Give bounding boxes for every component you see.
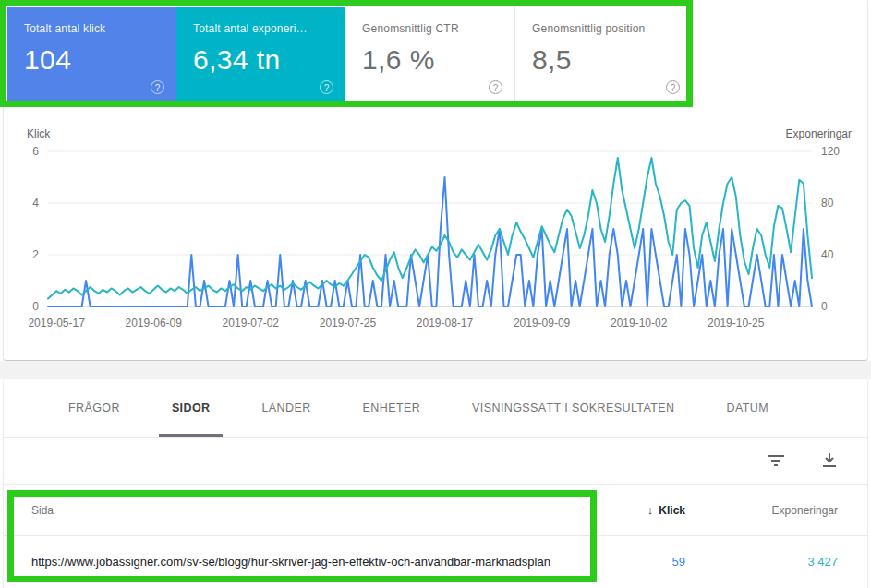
results-panel: FRÅGOR SIDOR LÄNDER ENHETER VISNINGSSÄTT… bbox=[4, 379, 867, 588]
svg-text:80: 80 bbox=[821, 197, 834, 210]
help-icon[interactable]: ? bbox=[489, 80, 502, 94]
metric-label: Totalt antal klick bbox=[24, 22, 163, 35]
svg-text:120: 120 bbox=[821, 145, 840, 158]
page-url[interactable]: https://www.jobassigner.com/sv-se/blogg/… bbox=[31, 555, 579, 569]
tab-sidor[interactable]: SIDOR bbox=[146, 379, 236, 437]
svg-text:0: 0 bbox=[32, 300, 39, 313]
tab-lander[interactable]: LÄNDER bbox=[236, 379, 336, 437]
svg-text:2019-10-25: 2019-10-25 bbox=[708, 317, 765, 330]
metric-value: 104 bbox=[24, 44, 176, 76]
svg-text:6: 6 bbox=[32, 145, 39, 158]
svg-text:2019-09-09: 2019-09-09 bbox=[514, 317, 571, 330]
tab-visningssatt[interactable]: VISNINGSSÄTT I SÖKRESULTATEN bbox=[446, 379, 700, 437]
performance-chart-area: 002404806120KlickExponeringar2019-05-172… bbox=[4, 123, 871, 340]
svg-text:2019-07-02: 2019-07-02 bbox=[223, 317, 280, 330]
column-header-klick-label: Klick bbox=[659, 504, 685, 517]
metric-card-average-position[interactable]: Genomsnittlig position 8,5 ? bbox=[514, 7, 692, 103]
metric-label: Genomsnittlig position bbox=[532, 22, 671, 35]
filter-icon[interactable] bbox=[766, 450, 786, 471]
metric-card-total-impressions[interactable]: Totalt antal exponeri… 6,34 tn ? bbox=[176, 7, 345, 103]
help-icon[interactable]: ? bbox=[320, 80, 333, 94]
svg-text:2019-06-09: 2019-06-09 bbox=[126, 317, 183, 330]
metric-card-total-clicks[interactable]: Totalt antal klick 104 ? bbox=[7, 7, 176, 103]
metric-value: 8,5 bbox=[532, 44, 692, 76]
row-klick-value: 59 bbox=[579, 555, 685, 569]
help-icon[interactable]: ? bbox=[666, 80, 680, 94]
svg-text:40: 40 bbox=[821, 248, 834, 261]
tab-enheter[interactable]: ENHETER bbox=[337, 379, 447, 437]
download-icon[interactable] bbox=[819, 450, 840, 471]
svg-text:2019-10-02: 2019-10-02 bbox=[611, 317, 668, 330]
sort-arrow-icon: ↓ bbox=[647, 503, 654, 517]
metric-value: 1,6 % bbox=[362, 44, 514, 76]
column-header-exponeringar[interactable]: Exponeringar bbox=[685, 504, 838, 517]
help-icon[interactable]: ? bbox=[151, 80, 164, 94]
table-header-row: Sida ↓Klick Exponeringar bbox=[4, 485, 867, 536]
table-row[interactable]: https://www.jobassigner.com/sv-se/blogg/… bbox=[4, 536, 867, 586]
column-header-sida[interactable]: Sida bbox=[31, 504, 579, 517]
svg-text:4: 4 bbox=[32, 197, 39, 210]
metric-label: Genomsnittlig CTR bbox=[362, 22, 501, 35]
svg-text:2019-05-17: 2019-05-17 bbox=[28, 317, 85, 330]
metric-value: 6,34 tn bbox=[193, 44, 345, 76]
performance-chart: 002404806120KlickExponeringar2019-05-172… bbox=[4, 123, 871, 340]
svg-text:0: 0 bbox=[821, 300, 828, 313]
svg-text:Exponeringar: Exponeringar bbox=[786, 127, 852, 140]
metric-label: Totalt antal exponeri… bbox=[193, 22, 332, 35]
panel-gap bbox=[0, 361, 871, 379]
performance-panel: Totalt antal klick 104 ? Totalt antal ex… bbox=[4, 0, 867, 360]
tab-datum[interactable]: DATUM bbox=[700, 379, 794, 437]
column-header-klick[interactable]: ↓Klick bbox=[579, 503, 685, 517]
dimension-tabs: FRÅGOR SIDOR LÄNDER ENHETER VISNINGSSÄTT… bbox=[4, 379, 867, 438]
metric-card-average-ctr[interactable]: Genomsnittlig CTR 1,6 % ? bbox=[345, 7, 514, 103]
table-toolbar bbox=[4, 438, 867, 485]
svg-text:2019-07-25: 2019-07-25 bbox=[320, 317, 377, 330]
row-exponeringar-value: 3 427 bbox=[685, 555, 838, 569]
svg-text:2: 2 bbox=[32, 248, 39, 261]
svg-text:2019-08-17: 2019-08-17 bbox=[417, 317, 474, 330]
metric-cards: Totalt antal klick 104 ? Totalt antal ex… bbox=[7, 7, 692, 103]
tab-fragor[interactable]: FRÅGOR bbox=[42, 379, 146, 437]
svg-text:Klick: Klick bbox=[27, 127, 51, 140]
